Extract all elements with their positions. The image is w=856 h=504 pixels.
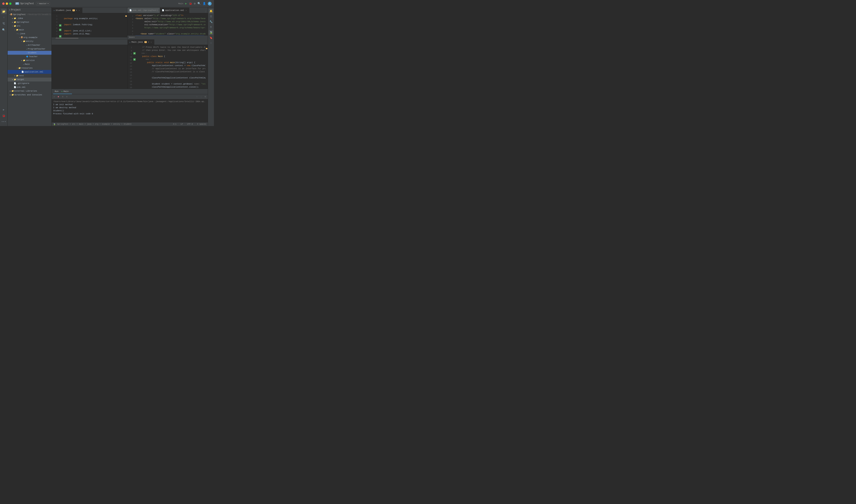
tree-item-idea[interactable]: ▶ 📁 .idea (8, 16, 51, 20)
run-tab-main[interactable]: ▶ Main ✕ (60, 89, 72, 94)
settings-button[interactable]: ⚙ (194, 2, 195, 5)
tree-item-springtest-root[interactable]: ▾ 📦 SpringTest ~/Desktop/CS/JavaEE/2.Jav… (8, 13, 51, 16)
code-line-8 (64, 35, 123, 37)
tree-label-application-xml: application.xml (24, 71, 43, 73)
run-main-method-btn[interactable]: ▶ (133, 58, 136, 60)
tab-application-xml[interactable]: 📄 application.xml ✕ (160, 8, 189, 13)
right-icon-notifications[interactable]: 🔔 (209, 9, 213, 13)
top-tab-bars: ☕ Student.java 2 ⬆ ✕ ⋮ 📄 pom.xml (Spring… (52, 7, 208, 13)
debug-button[interactable]: 🐞 (189, 2, 192, 5)
tree-item-programteacher[interactable]: ▶ ☕ ProgramTeacher (8, 47, 51, 51)
right-icon-plugins[interactable]: 🔧 (209, 19, 213, 24)
tree-item-test[interactable]: ▶ 📁 test (8, 74, 51, 78)
tree-item-service[interactable]: ▶ 📁 service (8, 58, 51, 62)
tree-item-scratches[interactable]: ▶ 📁 Scratches and Consoles (8, 93, 51, 97)
run-line-student: Student() (53, 109, 206, 112)
student-java-editor[interactable]: 12345 678910 1112131415 1617181920 21222… (52, 13, 127, 39)
tree-item-main[interactable]: ▾ 📁 main (8, 28, 51, 32)
tree-item-src[interactable]: ▾ 📁 src (8, 24, 51, 28)
right-icon-bookmark[interactable]: 🔖 (209, 36, 213, 40)
xml-line-2: <beans xmlns="http://www.springframework… (136, 17, 204, 20)
tab-more-icon[interactable]: ⋮ (124, 11, 126, 13)
tree-item-resources[interactable]: ▾ 📁 resources (8, 66, 51, 70)
right-icon-tasks[interactable]: ☰ (209, 14, 213, 19)
run-panel: Run ▶ Main ✕ ↺ ■ ⏸ ⚙ ↑ ↓ ⊞ (52, 89, 208, 122)
tree-item-target[interactable]: ▶ 📁 target (8, 78, 51, 82)
tree-item-artteacher[interactable]: ▶ ☕ ArtTeacher (8, 43, 51, 47)
tree-item-teacher[interactable]: ▶ 🔷 Teacher (8, 55, 51, 58)
student-scrollbar[interactable] (52, 37, 127, 39)
main-java-icon: ☕ (129, 41, 130, 43)
code-line-2: package org.example.entity; (64, 17, 123, 20)
run-destroy-btn[interactable]: ▶ (59, 35, 62, 37)
gutter-run-init[interactable]: ▶ (59, 29, 62, 31)
main-line-9: new ↑ (137, 52, 204, 55)
sidebar-icon-structure[interactable]: 🏗 (1, 21, 6, 26)
tab-close-application-xml[interactable]: ✕ (185, 9, 187, 12)
sidebar-icon-project[interactable]: 📁 (1, 9, 6, 14)
main-code-lines: // Press Shift twice to open the Search … (136, 45, 206, 89)
tree-item-org-example[interactable]: ▾ 📦 org.example (8, 36, 51, 39)
right-icon-spring[interactable]: 🍃 (209, 30, 213, 35)
gutter-run-destroy[interactable]: ▶ (59, 35, 62, 37)
tab-student-java[interactable]: ☕ Student.java 2 ⬆ ✕ (52, 8, 83, 13)
run-init-btn[interactable]: ▶ (59, 29, 62, 31)
tab-main-java[interactable]: ☕ Main.java 1 ⬆ ✕ (127, 39, 154, 45)
minimize-button[interactable] (6, 2, 8, 5)
branch-selector[interactable]: ⑂ master ▾ (36, 2, 50, 5)
tree-item-springtest[interactable]: ▶ 📁 SpringTest (8, 20, 51, 24)
avatar[interactable]: E (208, 2, 212, 5)
right-tab-more-icon[interactable]: ⋮ (205, 11, 207, 13)
tree-item-main-java[interactable]: ▶ ☕ Main (8, 62, 51, 66)
run-restart-btn[interactable]: ↺ (52, 95, 56, 98)
run-stop-btn[interactable]: ■ (57, 95, 60, 98)
sidebar-icon-vcs[interactable]: ⑂ (1, 15, 6, 20)
sidebar-icon-debug[interactable]: 🐞 (1, 113, 6, 118)
run-class-btn[interactable]: ▶ (59, 24, 62, 26)
sidebar-icon-run[interactable]: ▶ (1, 107, 6, 112)
run-tab-run[interactable]: Run (53, 89, 60, 94)
search-button[interactable]: 🔍 (197, 2, 201, 5)
run-settings-btn[interactable]: ⚙ (65, 95, 69, 98)
run-filter-btn[interactable]: ⊞ (204, 95, 207, 98)
run-pause-btn[interactable]: ⏸ (61, 95, 64, 98)
tab-close-main-java[interactable]: ✕ (150, 41, 152, 43)
project-panel: ▾ Project ▾ 📦 SpringTest ~/Desktop/CS/Ja… (8, 7, 52, 126)
run-down-btn[interactable]: ↓ (199, 95, 203, 98)
tree-label-main-java: Main (25, 63, 30, 66)
main-java-editor[interactable]: 7891011 1213141516 1718192021 ▶ (127, 45, 208, 89)
run-tab-bar: Run ▶ Main ✕ (52, 89, 208, 94)
right-icon-git[interactable]: ⑂ (209, 41, 213, 46)
gutter-run-main-class[interactable]: ▶ (133, 52, 136, 55)
tree-item-application-xml[interactable]: ▶ 📄 application.xml (8, 70, 51, 74)
main-tab-more-icon[interactable]: ⋮ (205, 42, 207, 45)
run-button[interactable]: ▶ (185, 2, 187, 5)
run-up-btn[interactable]: ↑ (195, 95, 198, 98)
tree-item-gitignore[interactable]: ▶ 📄 .gitignore (8, 82, 51, 85)
titlebar-actions: Main ▶ 🐞 ⚙ 🔍 👤 E (178, 2, 212, 5)
tree-item-student[interactable]: ▶ ☕ Student (8, 51, 51, 55)
tree-item-java[interactable]: ▾ ☕ java (8, 32, 51, 36)
tab-pom-xml[interactable]: 📄 pom.xml (SpringTest) (127, 8, 160, 13)
scrollbar-thumb[interactable] (55, 38, 78, 39)
right-icon-maven[interactable]: M (209, 25, 213, 30)
tree-item-pom[interactable]: ▶ 📄 pom.xml (8, 85, 51, 89)
status-charset: UTF-8 (187, 123, 193, 125)
student-code-lines[interactable]: package org.example.entity; import lombo… (63, 13, 125, 37)
project-tree[interactable]: ▾ 📦 SpringTest ~/Desktop/CS/JavaEE/2.Jav… (8, 13, 51, 126)
run-main-class-btn[interactable]: ▶ (133, 52, 136, 54)
run-tab-close[interactable]: ✕ (69, 90, 70, 92)
tree-label-artteacher: ArtTeacher (28, 44, 40, 46)
sidebar-icon-more[interactable]: ••• (1, 119, 6, 124)
gutter-run-class[interactable]: ▶ (59, 24, 62, 26)
gutter-run-main-method[interactable]: ▶ (133, 58, 136, 61)
xml-editor-pane[interactable]: 12345 67 <?xml version="1.0" encoding="U… (127, 13, 208, 39)
maximize-button[interactable] (9, 2, 12, 5)
tab-close-student[interactable]: ✕ (78, 9, 80, 12)
close-button[interactable] (2, 2, 5, 5)
main-java-content: 7891011 1213141516 1718192021 ▶ (127, 45, 208, 89)
tree-item-ext-libs[interactable]: ▶ 📁 External Libraries (8, 89, 51, 93)
sidebar-icon-search[interactable]: 🔍 (1, 27, 6, 33)
tree-item-entity[interactable]: ▾ 📁 entity (8, 39, 51, 43)
profile-button[interactable]: 👤 (203, 2, 206, 5)
